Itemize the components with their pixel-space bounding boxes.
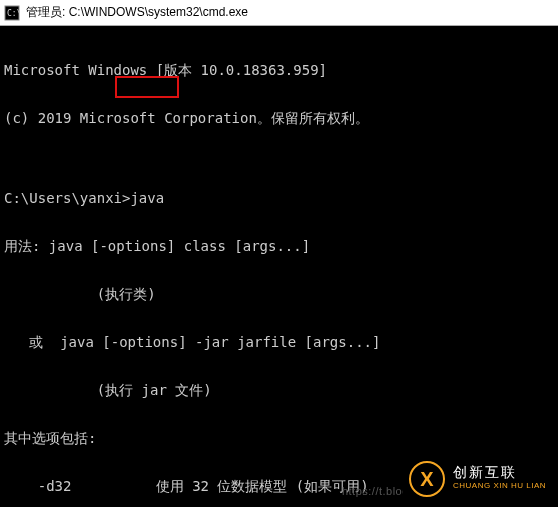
cmd-icon: C:\ xyxy=(4,5,20,21)
window-titlebar: C:\ 管理员: C:\WINDOWS\system32\cmd.exe xyxy=(0,0,558,26)
brand-cn: 创新互联 xyxy=(453,465,546,479)
brand-watermark: X 创新互联 CHUANG XIN HU LIAN xyxy=(403,457,552,501)
terminal-output[interactable]: Microsoft Windows [版本 10.0.18363.959] (c… xyxy=(0,26,558,507)
terminal-line: (执行 jar 文件) xyxy=(4,382,554,398)
window-title: 管理员: C:\WINDOWS\system32\cmd.exe xyxy=(26,4,248,21)
terminal-line: 用法: java [-options] class [args...] xyxy=(4,238,554,254)
terminal-line: Microsoft Windows [版本 10.0.18363.959] xyxy=(4,62,554,78)
terminal-line: (执行类) xyxy=(4,286,554,302)
terminal-line: 其中选项包括: xyxy=(4,430,554,446)
brand-en: CHUANG XIN HU LIAN xyxy=(453,479,546,493)
terminal-line: C:\Users\yanxi>java xyxy=(4,190,554,206)
svg-text:C:\: C:\ xyxy=(7,9,20,18)
brand-text: 创新互联 CHUANG XIN HU LIAN xyxy=(453,465,546,493)
terminal-line: (c) 2019 Microsoft Corporation。保留所有权利。 xyxy=(4,110,554,126)
terminal-line: 或 java [-options] -jar jarfile [args...] xyxy=(4,334,554,350)
brand-logo-icon: X xyxy=(409,461,445,497)
